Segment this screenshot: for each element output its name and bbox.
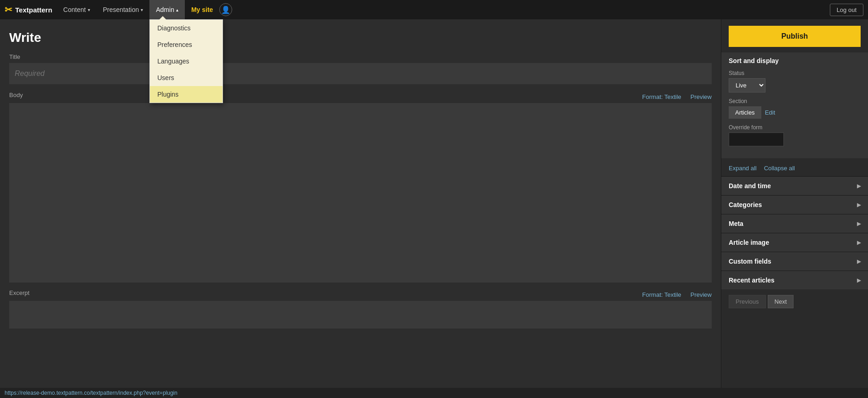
- nav-admin[interactable]: Admin ▴: [149, 0, 185, 19]
- sort-display-section: Sort and display Status Live Section Art…: [721, 52, 868, 158]
- accordion-arrow-article-image: ▶: [857, 240, 861, 246]
- accordion-label-categories: Categories: [729, 201, 762, 208]
- accordion-article-image: Article image ▶: [721, 233, 868, 252]
- accordion-arrow-custom-fields: ▶: [857, 259, 861, 265]
- dropdown-item-languages[interactable]: Languages: [150, 53, 223, 69]
- sort-display-title: Sort and display: [729, 57, 861, 64]
- expand-collapse-row: Expand all Collapse all: [721, 160, 868, 176]
- admin-dropdown-arrow: ▴: [176, 7, 178, 12]
- excerpt-label: Excerpt: [9, 289, 29, 296]
- override-form-input[interactable]: [729, 133, 784, 146]
- accordion-header-date-time[interactable]: Date and time ▶: [721, 177, 868, 195]
- publish-button[interactable]: Publish: [729, 26, 861, 47]
- main-layout: Write Title Body Format: Textile Preview…: [0, 19, 868, 398]
- brand-name: Textpattern: [15, 6, 52, 14]
- override-form-field-group: Override form: [729, 124, 861, 146]
- accordion-categories: Categories ▶: [721, 195, 868, 214]
- pagination-row: Previous Next: [721, 289, 868, 314]
- nav-mysite[interactable]: My site: [185, 0, 219, 19]
- title-label: Title: [9, 53, 712, 60]
- accordion-header-custom-fields[interactable]: Custom fields ▶: [721, 252, 868, 271]
- accordion-header-article-image[interactable]: Article image ▶: [721, 233, 868, 252]
- previous-button[interactable]: Previous: [729, 295, 766, 308]
- body-label: Body: [9, 92, 23, 98]
- accordion-arrow-categories: ▶: [857, 202, 861, 208]
- accordion-label-article-image: Article image: [729, 239, 769, 246]
- status-field-group: Status Live: [729, 70, 861, 92]
- content-area: Write Title Body Format: Textile Preview…: [0, 19, 721, 398]
- presentation-dropdown-arrow: ▾: [141, 7, 143, 12]
- accordion-header-recent-articles[interactable]: Recent articles ▶: [721, 271, 868, 289]
- accordion-arrow-date-time: ▶: [857, 183, 861, 189]
- accordion-label-custom-fields: Custom fields: [729, 258, 771, 265]
- body-textarea[interactable]: [9, 103, 712, 283]
- nav-content[interactable]: Content ▾: [57, 0, 97, 19]
- top-navigation: ✂ Textpattern Content ▾ Presentation ▾ A…: [0, 0, 868, 19]
- sidebar: Publish Sort and display Status Live Sec…: [721, 19, 868, 398]
- dropdown-item-preferences[interactable]: Preferences: [150, 36, 223, 53]
- body-preview-link[interactable]: Preview: [691, 93, 712, 100]
- section-row: Articles Edit: [729, 106, 861, 119]
- dropdown-item-plugins[interactable]: Plugins: [150, 86, 223, 103]
- admin-nav-wrapper: Admin ▴ Diagnostics Preferences Language…: [149, 0, 185, 19]
- accordion-header-categories[interactable]: Categories ▶: [721, 196, 868, 214]
- expand-all-link[interactable]: Expand all: [729, 165, 757, 172]
- statusbar-url: https://release-demo.textpattern.co/text…: [5, 390, 177, 396]
- section-articles-button[interactable]: Articles: [729, 106, 761, 119]
- page-title: Write: [9, 30, 712, 45]
- section-edit-link[interactable]: Edit: [765, 109, 775, 116]
- section-label: Section: [729, 98, 861, 104]
- accordion-arrow-recent-articles: ▶: [857, 277, 861, 283]
- dropdown-arrow-indicator: [159, 16, 166, 20]
- dropdown-item-diagnostics[interactable]: Diagnostics: [150, 20, 223, 36]
- brand-icon: ✂: [5, 4, 12, 15]
- accordion-date-time: Date and time ▶: [721, 176, 868, 195]
- dropdown-item-users[interactable]: Users: [150, 69, 223, 86]
- accordion-meta: Meta ▶: [721, 214, 868, 233]
- excerpt-header: Excerpt Format: Textile Preview: [9, 289, 712, 299]
- nav-presentation[interactable]: Presentation ▾: [97, 0, 150, 19]
- accordion-label-date-time: Date and time: [729, 182, 771, 190]
- accordion-custom-fields: Custom fields ▶: [721, 252, 868, 271]
- next-button[interactable]: Next: [768, 295, 794, 308]
- statusbar: https://release-demo.textpattern.co/text…: [0, 388, 868, 398]
- override-form-label: Override form: [729, 124, 861, 131]
- accordion-label-meta: Meta: [729, 220, 743, 227]
- body-header: Body Format: Textile Preview: [9, 92, 712, 101]
- excerpt-format-preview: Format: Textile Preview: [642, 291, 712, 298]
- excerpt-textarea[interactable]: [9, 301, 712, 329]
- accordion-arrow-meta: ▶: [857, 221, 861, 227]
- body-format-preview: Format: Textile Preview: [642, 93, 712, 100]
- admin-dropdown-menu: Diagnostics Preferences Languages Users …: [149, 19, 223, 103]
- title-input[interactable]: [9, 63, 712, 84]
- collapse-all-link[interactable]: Collapse all: [764, 165, 795, 172]
- excerpt-format-link[interactable]: Format: Textile: [642, 291, 681, 298]
- excerpt-preview-link[interactable]: Preview: [691, 291, 712, 298]
- status-label: Status: [729, 70, 861, 76]
- brand-logo[interactable]: ✂ Textpattern: [5, 4, 52, 15]
- accordion-recent-articles: Recent articles ▶: [721, 271, 868, 289]
- section-field-group: Section Articles Edit: [729, 98, 861, 119]
- user-avatar-icon[interactable]: 👤: [219, 3, 232, 16]
- logout-button[interactable]: Log out: [830, 4, 863, 16]
- content-dropdown-arrow: ▾: [88, 7, 90, 12]
- status-select[interactable]: Live: [729, 78, 765, 92]
- accordion-label-recent-articles: Recent articles: [729, 277, 775, 284]
- body-format-link[interactable]: Format: Textile: [642, 93, 681, 100]
- accordion-header-meta[interactable]: Meta ▶: [721, 214, 868, 233]
